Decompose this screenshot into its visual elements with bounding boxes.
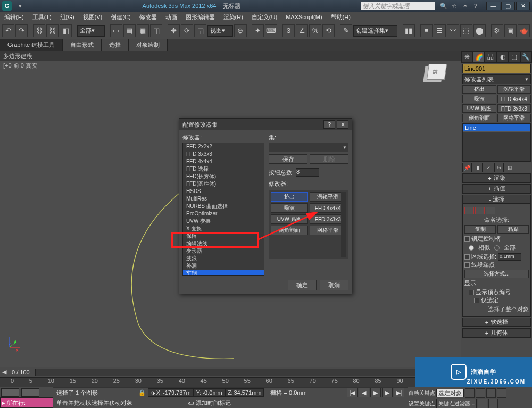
align-icon[interactable]: ≡	[420, 24, 433, 37]
menu-maxscript[interactable]: MAXScript(M)	[281, 14, 326, 20]
cmdtab-motion-icon[interactable]: ◐	[497, 51, 509, 63]
select-method-button[interactable]: 选择方式...	[464, 270, 529, 278]
next-frame-icon[interactable]: ▶	[382, 388, 393, 397]
all-radio[interactable]	[494, 245, 500, 251]
nav-pan-icon[interactable]	[465, 388, 475, 398]
subobj-segment-icon[interactable]	[475, 207, 485, 214]
goto-start-icon[interactable]: |◀	[347, 388, 358, 397]
move-icon[interactable]: ✥	[168, 24, 180, 37]
list-item[interactable]: 补洞	[183, 262, 264, 270]
list-item-selected[interactable]: 车削	[183, 270, 264, 276]
modbtn-ffd4[interactable]: FFD 4x4x4	[497, 95, 531, 103]
rollout-softsel[interactable]: 软选择	[463, 318, 530, 327]
menu-create[interactable]: 创建(C)	[106, 13, 135, 21]
mirror-icon[interactable]: ▮▮	[403, 24, 415, 37]
rollout-interp[interactable]: 插值	[463, 185, 530, 193]
modbtn-turbosmooth[interactable]: 涡轮平滑	[497, 85, 531, 94]
nav-orbit-icon[interactable]	[478, 399, 487, 408]
link-icon[interactable]: ⛓	[33, 24, 45, 37]
graphite-tab-freeform[interactable]: 自由形式	[63, 39, 102, 51]
stack-pin-icon[interactable]: 📌	[462, 163, 472, 172]
select-region-icon[interactable]: ▦	[137, 24, 149, 37]
selection-scope-dropdown[interactable]: 全部 ▾	[77, 25, 105, 37]
snap-icon[interactable]: 3	[282, 24, 295, 37]
refcoord-dropdown[interactable]: 视图 ▾	[207, 25, 233, 37]
show-vnum-checkbox[interactable]	[469, 290, 474, 295]
delete-set-button[interactable]: 删除	[310, 154, 348, 164]
graphite-tab-paint[interactable]: 对象绘制	[129, 39, 168, 51]
stack-unique-icon[interactable]: ✓	[484, 163, 493, 172]
menu-customize[interactable]: 自定义(U)	[247, 13, 281, 21]
select-icon[interactable]: ▭	[110, 24, 122, 37]
nav-zoomall-icon[interactable]	[497, 388, 506, 398]
rollout-render[interactable]: 渲染	[463, 174, 530, 182]
object-name-field[interactable]: Line001	[462, 64, 531, 73]
render-icon[interactable]: 🫖	[518, 24, 530, 37]
viewcube[interactable]: 前	[423, 64, 450, 90]
lock-handles-checkbox[interactable]	[464, 236, 470, 242]
save-set-button[interactable]: 保存	[269, 154, 307, 164]
redo-icon[interactable]: ↷	[15, 24, 28, 37]
viewport-label[interactable]: [+0 前 0 真实	[3, 62, 37, 70]
list-item[interactable]: FFD 4x4x4	[183, 158, 264, 165]
help-icon[interactable]: ?	[471, 2, 480, 10]
cmdtab-display-icon[interactable]: ▢	[509, 51, 520, 63]
modifier-list-dropdown[interactable]: 修改器列表	[462, 74, 531, 84]
nav-fov-icon[interactable]	[486, 388, 496, 398]
list-item[interactable]: 波浪	[183, 255, 264, 262]
menu-render[interactable]: 渲染(R)	[219, 13, 247, 21]
coord-y[interactable]: Y:-0.0mm	[194, 388, 225, 397]
signin-icon[interactable]: ☆	[450, 2, 459, 10]
list-item[interactable]: 编辑法线	[183, 240, 264, 247]
modifier-stack[interactable]: Line	[462, 123, 531, 162]
cancel-button[interactable]: 取消	[320, 280, 348, 290]
graphite-tab-selection[interactable]: 选择	[102, 39, 129, 51]
subobj-vertex-icon[interactable]	[464, 207, 474, 214]
button-count-spinner[interactable]: 8	[296, 168, 319, 177]
coord-z[interactable]: Z:34.571mm	[225, 388, 264, 397]
menu-view[interactable]: 视图(V)	[79, 13, 107, 21]
key-filters-button[interactable]: 关键点过滤器...	[436, 399, 477, 408]
cmdtab-modify-icon[interactable]: 🌈	[473, 51, 485, 63]
slot-noise[interactable]: 噪波	[271, 203, 308, 213]
dialog-close-button[interactable]: ✕	[337, 120, 348, 129]
ok-button[interactable]: 确定	[288, 280, 317, 290]
list-item[interactable]: NURBS 曲面选择	[183, 203, 264, 210]
modbtn-ffd3[interactable]: FFD 3x3x3	[497, 104, 531, 113]
dialog-help-button[interactable]: ?	[323, 120, 335, 129]
rollout-selection[interactable]: 选择	[463, 195, 530, 204]
modbtn-bevelprofile[interactable]: 倒角剖面	[462, 114, 496, 122]
menu-edit[interactable]: 编辑(E)	[0, 13, 28, 21]
modbtn-noise[interactable]: 噪波	[462, 95, 496, 103]
undo-icon[interactable]: ↶	[2, 24, 14, 37]
named-sel-edit-icon[interactable]: ✎	[340, 24, 352, 37]
slot-scrollbar[interactable]	[341, 192, 346, 257]
only-selected-checkbox[interactable]	[474, 298, 479, 303]
render-setup-icon[interactable]: ⚙	[491, 24, 503, 37]
pctsnap-icon[interactable]: %	[309, 24, 321, 37]
menu-grapheditor[interactable]: 图形编辑器	[181, 13, 219, 21]
menu-tools[interactable]: 工具(T)	[28, 13, 56, 21]
list-item[interactable]: UVW 变换	[183, 218, 264, 225]
menu-modifier[interactable]: 修改器	[135, 13, 161, 21]
stack-showend-icon[interactable]: Ⅱ	[473, 163, 483, 172]
modbtn-meshsmooth[interactable]: 网格平滑	[497, 114, 531, 122]
paste-button[interactable]: 粘贴	[497, 225, 529, 234]
stack-item-line[interactable]: Line	[463, 124, 530, 132]
area-select-spinner[interactable]: 0.1mm	[498, 253, 521, 261]
rollout-geometry[interactable]: 几何体	[463, 329, 530, 337]
search-icon[interactable]: 🔍	[439, 2, 448, 10]
select-name-icon[interactable]: ▤	[123, 24, 136, 37]
segment-end-checkbox[interactable]	[464, 262, 470, 268]
modbtn-uvw[interactable]: UVW 贴图	[462, 104, 496, 113]
slot-uvw[interactable]: UVW 贴图	[271, 214, 308, 224]
rendered-frame-icon[interactable]: ▣	[504, 24, 517, 37]
modifier-list[interactable]: FFD 2x2x2 FFD 3x3x3 FFD 4x4x4 FFD 选择 FFD…	[182, 143, 264, 276]
window-crossing-icon[interactable]: ◫	[150, 24, 162, 37]
time-slider[interactable]: ◀ 0 / 100 ▶	[0, 367, 461, 377]
coord-x[interactable]: ⬗ X:-179.737m	[148, 388, 194, 397]
manip-icon[interactable]: ✦	[252, 24, 264, 37]
copy-button[interactable]: 复制	[464, 225, 496, 234]
swatch-b[interactable]	[21, 388, 39, 397]
schematic-icon[interactable]: ⬚	[460, 24, 472, 37]
